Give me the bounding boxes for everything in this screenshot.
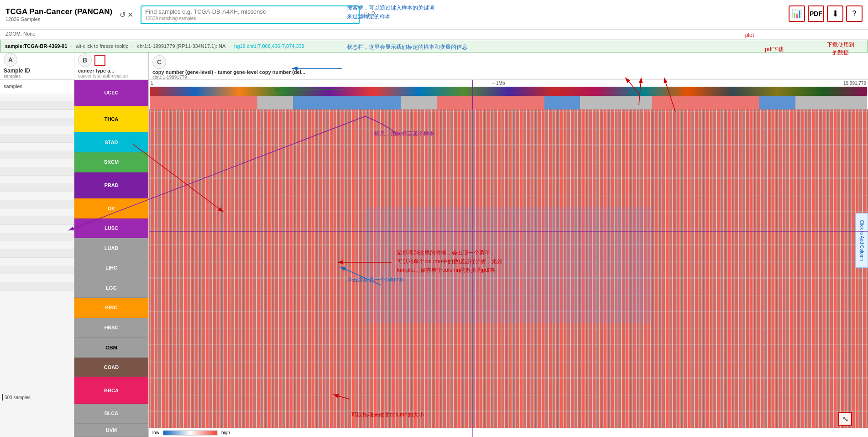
cancer-band-luad: LUAD	[74, 238, 148, 258]
search-input[interactable]	[145, 8, 355, 15]
col-c-header: C copy number (gene-level) - tumor gene-…	[149, 52, 868, 80]
refresh-button[interactable]: ↺	[120, 10, 125, 19]
chrom-vert-line	[472, 80, 473, 109]
col-c-title: copy number (gene-level) - tumor gene-le…	[152, 69, 864, 75]
col-b-title: cancer type a...	[78, 68, 145, 73]
column-c: C copy number (gene-level) - tumor gene-…	[149, 52, 868, 437]
col-a-title: Sample ID	[4, 68, 70, 74]
cancer-band-prad: PRAD	[74, 172, 148, 199]
status-hg19: hg19 chr1:7,068,436-7,074,339	[234, 43, 304, 49]
cancer-band-ov: OV	[74, 198, 148, 218]
heatmap-blue-section	[365, 208, 652, 322]
cancer-band-gbm: GBM	[74, 338, 148, 358]
cancer-band-ucec: UCEC	[74, 80, 148, 106]
col-c-letter: C	[152, 55, 166, 69]
status-position: chr1:1-19991779 (RP11-334N17.1): NA	[137, 43, 225, 49]
status-sample-id: sample:TCGA-BR-4369-01	[5, 43, 67, 49]
plot-annotation: plot	[745, 32, 754, 38]
column-b: B cancer type a... cancer type abbreviat…	[74, 52, 149, 437]
resize-icon: ⤡	[842, 415, 848, 423]
resize-handle[interactable]: ⤡	[838, 412, 852, 426]
col-a-body: samples	[0, 80, 74, 437]
close-button[interactable]: ✕	[127, 10, 133, 19]
chrom-bar[interactable]	[150, 87, 867, 96]
heatmap-area[interactable]: Click to Add Column ⤡ low high	[149, 109, 868, 437]
col-b-body: UCECTHCASTADSKCMPRADOVLUSCLUADLIHCLGGKIR…	[74, 80, 148, 437]
search-container: 12839 matching samples	[141, 5, 360, 24]
cancer-band-kirc: KIRC	[74, 298, 148, 318]
cancer-band-lihc: LIHC	[74, 258, 148, 278]
legend-bar: low high	[149, 428, 868, 437]
col-b-header: B cancer type a... cancer type abbreviat…	[74, 52, 148, 80]
chrom-browser: 1 ←1Mb 19,991,779	[149, 80, 868, 109]
horiz-purple-line	[149, 231, 868, 232]
legend-gradient	[163, 430, 218, 436]
cancer-band-uvm: UVM	[74, 424, 148, 437]
status-bar: sample:TCGA-BR-4369-01 · alt-click to fr…	[0, 40, 868, 52]
download-button[interactable]: ⬇	[827, 5, 843, 22]
match-count: 12839 matching samples	[145, 16, 196, 21]
cancer-band-coad: COAD	[74, 358, 148, 378]
app-title: TCGA Pan-Cancer (PANCAN) 12839 Samples	[5, 7, 112, 22]
chrom-label-mid: ←1Mb	[492, 81, 505, 86]
col-a-header: A Sample ID samples	[0, 52, 74, 80]
cancer-band-hnsc: HNSC	[74, 318, 148, 338]
col-b-red-box	[94, 55, 105, 66]
zoom-bar: ZOOM: None	[0, 30, 868, 40]
chrom-label-right: 19,991,779	[843, 81, 866, 86]
col-a-subtitle: samples	[4, 74, 70, 79]
add-column-button[interactable]: Click to Add Column	[855, 213, 868, 268]
legend-low: low	[152, 430, 159, 435]
cancer-band-lgg: LGG	[74, 278, 148, 298]
legend-high: high	[221, 430, 230, 435]
help-button[interactable]: ?	[846, 5, 863, 22]
bar-chart-button[interactable]: 📊	[789, 5, 805, 22]
pdf-button[interactable]: PDF	[808, 5, 824, 22]
vert-purple-line	[472, 109, 473, 437]
cancer-band-thca: THCA	[74, 106, 148, 133]
status-annotation: 状态栏，这里会显示我们标定的样本和变量的信息	[347, 43, 467, 51]
status-tooltip-hint: alt-click to freeze tooltip	[76, 43, 128, 49]
cancer-band-stad: STAD	[74, 132, 148, 152]
chrom-label-left: 1	[151, 81, 153, 86]
col-a-letter: A	[4, 53, 17, 67]
col-b-subtitle: cancer type abbreviation	[78, 73, 145, 78]
cancer-band-skcm: SKCM	[74, 152, 148, 172]
cancer-band-lusc: LUSC	[74, 218, 148, 239]
samples-label: samples	[4, 83, 22, 89]
ruler-label: 500 samples	[2, 394, 31, 401]
col-c-subtitle: chr1:1-19991779	[152, 75, 864, 80]
app-title-text: TCGA Pan-Cancer (PANCAN)	[5, 7, 112, 16]
cancer-band-blca: BLCA	[74, 404, 148, 424]
col-b-letter: B	[78, 53, 92, 67]
column-a: A Sample ID samples samples	[0, 52, 74, 437]
cancer-band-brca: BRCA	[74, 377, 148, 404]
search-annotation: 搜索框，可以通过键入样本的关键词 来过滤特定的样本	[347, 4, 434, 21]
toolbar-right: 📊 PDF ⬇ ?	[789, 5, 863, 22]
chrom-heatmap-preview	[150, 96, 867, 109]
app-sample-count: 12839 Samples	[5, 16, 112, 22]
